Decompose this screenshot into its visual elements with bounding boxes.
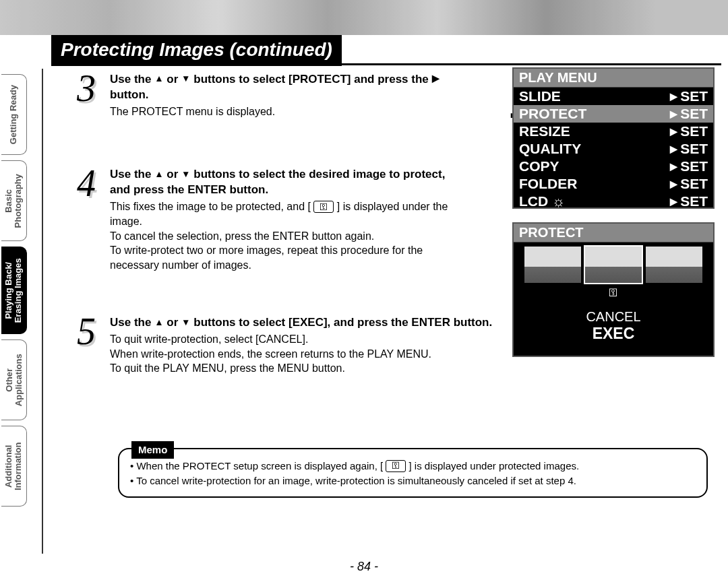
side-tab-label: OtherApplications — [4, 354, 24, 406]
side-tab-label: Playing Back/Erasing Images — [4, 258, 24, 323]
lcd-row-label: FOLDER — [519, 176, 670, 192]
step-3-title: Use the ▲ or ▼ buttons to select [PROTEC… — [110, 72, 462, 103]
lcd-row-label: QUALITY — [519, 141, 670, 157]
up-triangle-icon: ▲ — [154, 317, 163, 329]
right-triangle-icon: ▶ — [670, 91, 677, 102]
down-triangle-icon: ▼ — [181, 317, 190, 329]
lcd-row-label: COPY — [519, 158, 670, 174]
memo-label: Memo — [131, 441, 174, 459]
lcd-menu-row: FOLDER▶SET — [514, 175, 713, 193]
thumbnail-1 — [524, 247, 581, 283]
lcd-row-label: SLIDE — [519, 88, 670, 104]
side-tab[interactable]: BasicPhotography — [1, 160, 27, 241]
step-4: 4 Use the ▲ or ▼ buttons to select the d… — [71, 166, 468, 272]
right-triangle-icon: ▶ — [670, 143, 677, 154]
step-4-body: This fixes the image to be protected, an… — [110, 199, 468, 272]
lcd-row-label: PROTECT — [519, 106, 670, 122]
lcd-row-value: ▶SET — [670, 141, 708, 157]
lcd-menu-row: RESIZE▶SET — [514, 123, 713, 140]
up-triangle-icon: ▲ — [154, 168, 163, 181]
lcd-play-menu: PLAY MENU SLIDE▶SETPROTECT▶SETRESIZE▶SET… — [512, 67, 715, 209]
lcd-row-value: ▶SET — [670, 123, 708, 139]
thumbnail-2-selected: ⚿ — [585, 247, 642, 283]
key-lock-icon: ⚿ — [313, 201, 334, 213]
memo-item-2: To cancel write-protection for an image,… — [130, 474, 696, 488]
side-tab[interactable]: AdditionalInformation — [1, 426, 27, 507]
right-triangle-icon: ▶ — [670, 178, 677, 189]
lcd-protect-screen: PROTECT ⚿ CANCEL EXEC — [512, 222, 715, 357]
lcd-menu-row: SLIDE▶SET — [514, 88, 713, 105]
page-title: Protecting Images (continued) — [51, 35, 342, 66]
step-5-number: 5 — [71, 317, 102, 347]
page-header-texture — [0, 0, 728, 35]
lcd-row-value: ▶SET — [670, 106, 708, 122]
side-tab[interactable]: Playing Back/Erasing Images — [1, 247, 27, 334]
lcd-row-value: ▶SET — [670, 88, 708, 104]
lcd2-header: PROTECT — [514, 224, 713, 242]
side-tabs: Getting ReadyBasicPhotographyPlaying Bac… — [0, 74, 39, 559]
right-triangle-icon: ▶ — [670, 126, 677, 137]
down-triangle-icon: ▼ — [181, 168, 190, 181]
thumbnail-3 — [646, 247, 702, 283]
up-triangle-icon: ▲ — [154, 73, 163, 85]
right-triangle-icon: ▶ — [670, 161, 677, 172]
lcd2-exec: EXEC — [514, 325, 713, 344]
step-3: 3 Use the ▲ or ▼ buttons to select [PROT… — [71, 71, 462, 119]
key-lock-icon: ⚿ — [386, 460, 406, 472]
lcd1-header: PLAY MENU — [514, 69, 713, 88]
step-3-number: 3 — [71, 73, 102, 104]
lcd-row-value: ▶SET — [670, 158, 708, 174]
lcd2-thumbnails: ⚿ — [514, 242, 713, 287]
side-tab[interactable]: Getting Ready — [1, 74, 27, 155]
right-triangle-icon: ▶ — [670, 196, 677, 207]
right-triangle-icon: ▶ — [670, 108, 677, 119]
lcd1-rows: SLIDE▶SETPROTECT▶SETRESIZE▶SETQUALITY▶SE… — [514, 88, 713, 210]
lcd-row-value: ▶SET — [670, 176, 708, 192]
lcd2-options: CANCEL EXEC — [514, 308, 713, 344]
lcd-menu-row: LCD ☼▶SET — [514, 193, 713, 210]
side-tab-label: BasicPhotography — [4, 174, 24, 228]
lcd-row-value: ▶SET — [670, 193, 708, 209]
lcd2-cancel: CANCEL — [514, 308, 713, 325]
step-4-title: Use the ▲ or ▼ buttons to select the des… — [110, 167, 468, 198]
side-divider — [42, 69, 43, 554]
lcd-menu-row: COPY▶SET — [514, 158, 713, 175]
key-lock-icon: ⚿ — [609, 287, 618, 298]
right-triangle-icon: ▶ — [432, 73, 439, 85]
lcd-row-label: RESIZE — [519, 123, 670, 139]
page-number: - 84 - — [0, 560, 728, 574]
lcd-menu-row: QUALITY▶SET — [514, 140, 713, 158]
side-tab-label: Getting Ready — [9, 85, 18, 144]
title-underline — [51, 63, 721, 65]
lcd-menu-row: PROTECT▶SET — [514, 105, 713, 123]
memo-item-1: When the PROTECT setup screen is display… — [130, 459, 696, 474]
memo-box: Memo When the PROTECT setup screen is di… — [118, 448, 708, 498]
side-tab[interactable]: OtherApplications — [1, 339, 27, 420]
step-4-number: 4 — [71, 168, 102, 199]
lcd-row-label: LCD ☼ — [519, 193, 670, 209]
side-tab-label: AdditionalInformation — [4, 442, 24, 490]
down-triangle-icon: ▼ — [181, 73, 190, 85]
step-3-body: The PROTECT menu is displayed. — [110, 104, 462, 119]
